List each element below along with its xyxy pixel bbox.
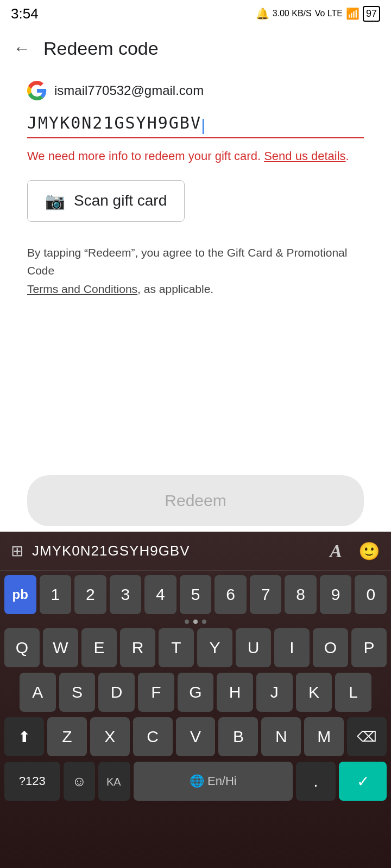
send-details-link[interactable]: Send us details — [264, 149, 345, 163]
key-V[interactable]: V — [176, 717, 216, 756]
google-logo-icon — [27, 81, 47, 100]
key-U[interactable]: U — [236, 628, 271, 667]
key-D[interactable]: D — [98, 673, 135, 712]
text-cursor — [203, 119, 204, 134]
dot-2 — [193, 620, 198, 624]
keyboard-qwerty-row: Q W E R T Y U I O P — [4, 628, 387, 667]
key-Q[interactable]: Q — [4, 628, 40, 667]
account-email: ismail770532@gmail.com — [54, 83, 204, 98]
key-T[interactable]: T — [159, 628, 194, 667]
keyboard-suggestion-text[interactable]: JMYK0N21GSYH9GBV — [32, 542, 190, 559]
key-emoji[interactable]: ☺ — [64, 762, 96, 801]
scan-button-label: Scan gift card — [74, 192, 167, 209]
key-period[interactable]: . — [296, 762, 336, 801]
key-space[interactable]: 🌐 En/Hi — [134, 762, 293, 801]
backspace-key[interactable]: ⌫ — [347, 717, 387, 756]
svg-text:KA: KA — [106, 776, 121, 788]
clipboard-icon: ⊞ — [11, 542, 23, 560]
key-B[interactable]: B — [218, 717, 258, 756]
key-X[interactable]: X — [90, 717, 130, 756]
key-3[interactable]: 3 — [110, 575, 142, 614]
key-pb[interactable]: pb — [4, 575, 36, 614]
scan-gift-card-button[interactable]: 📷 Scan gift card — [27, 180, 185, 222]
key-8[interactable]: 8 — [285, 575, 317, 614]
key-translate[interactable]: KA — [98, 762, 130, 801]
key-F[interactable]: F — [138, 673, 174, 712]
key-4[interactable]: 4 — [144, 575, 176, 614]
key-2[interactable]: 2 — [74, 575, 106, 614]
key-I[interactable]: I — [274, 628, 310, 667]
font-icon[interactable]: A — [330, 541, 342, 561]
key-enter[interactable]: ✓ — [339, 762, 387, 801]
terms-text: By tapping “Redeem”, you agree to the Gi… — [27, 244, 364, 298]
keyboard-number-row: pb 1 2 3 4 5 6 7 8 9 0 — [4, 575, 387, 614]
key-Z[interactable]: Z — [47, 717, 87, 756]
key-L[interactable]: L — [335, 673, 371, 712]
redeem-button[interactable]: Redeem — [27, 475, 364, 526]
network-speed: 3.00 KB/S — [273, 9, 312, 18]
battery-indicator: 97 — [363, 6, 380, 22]
network-type: Vo LTE — [315, 9, 343, 18]
key-K[interactable]: K — [296, 673, 332, 712]
key-5[interactable]: 5 — [180, 575, 212, 614]
key-C[interactable]: C — [133, 717, 173, 756]
key-symbols[interactable]: ?123 — [4, 762, 60, 801]
status-time: 3:54 — [11, 5, 39, 22]
notifications-icon: 🔔 — [256, 7, 269, 20]
translate-icon: KA — [105, 773, 123, 790]
keyboard: ⊞ JMYK0N21GSYH9GBV A 🙂 pb 1 2 3 4 5 6 7 … — [0, 532, 391, 868]
key-7[interactable]: 7 — [250, 575, 282, 614]
page-title: Redeem code — [43, 38, 159, 59]
camera-icon: 📷 — [45, 192, 65, 210]
key-S[interactable]: S — [59, 673, 96, 712]
key-E[interactable]: E — [81, 628, 117, 667]
status-bar: 3:54 🔔 3.00 KB/S Vo LTE 📶 97 — [0, 0, 391, 27]
back-button[interactable]: ← — [13, 39, 30, 59]
status-icons: 🔔 3.00 KB/S Vo LTE 📶 97 — [256, 6, 380, 22]
account-row: ismail770532@gmail.com — [27, 81, 364, 100]
keyboard-suggestions-row: ⊞ JMYK0N21GSYH9GBV A 🙂 — [0, 532, 391, 571]
keyboard-dots — [4, 620, 387, 624]
header: ← Redeem code — [0, 27, 391, 70]
main-content: ismail770532@gmail.com JMYK0N21GSYH9GBV … — [0, 70, 391, 309]
dot-3 — [202, 620, 206, 624]
key-N[interactable]: N — [261, 717, 301, 756]
terms-link[interactable]: Terms and Conditions — [27, 283, 137, 295]
key-Y[interactable]: Y — [197, 628, 232, 667]
key-O[interactable]: O — [313, 628, 348, 667]
keyboard-asdf-row: A S D F G H J K L — [4, 673, 387, 712]
key-0[interactable]: 0 — [355, 575, 387, 614]
keyboard-zxcv-row: ⬆ Z X C V B N M ⌫ — [4, 717, 387, 756]
key-J[interactable]: J — [256, 673, 293, 712]
dot-1 — [185, 620, 189, 624]
emoji-icon[interactable]: 🙂 — [358, 541, 380, 561]
error-message: We need more info to redeem your gift ca… — [27, 147, 364, 165]
key-M[interactable]: M — [304, 717, 344, 756]
shift-key[interactable]: ⬆ — [4, 717, 44, 756]
key-9[interactable]: 9 — [320, 575, 352, 614]
code-input-container: JMYK0N21GSYH9GBV — [27, 113, 364, 138]
signal-icon: 📶 — [346, 7, 360, 20]
key-G[interactable]: G — [178, 673, 214, 712]
key-W[interactable]: W — [43, 628, 78, 667]
key-R[interactable]: R — [120, 628, 155, 667]
keyboard-bottom-row: ?123 ☺ KA 🌐 En/Hi . ✓ — [0, 762, 391, 807]
key-1[interactable]: 1 — [40, 575, 72, 614]
code-input-display[interactable]: JMYK0N21GSYH9GBV — [27, 113, 201, 132]
key-6[interactable]: 6 — [215, 575, 247, 614]
key-A[interactable]: A — [20, 673, 56, 712]
key-P[interactable]: P — [351, 628, 387, 667]
key-H[interactable]: H — [217, 673, 253, 712]
